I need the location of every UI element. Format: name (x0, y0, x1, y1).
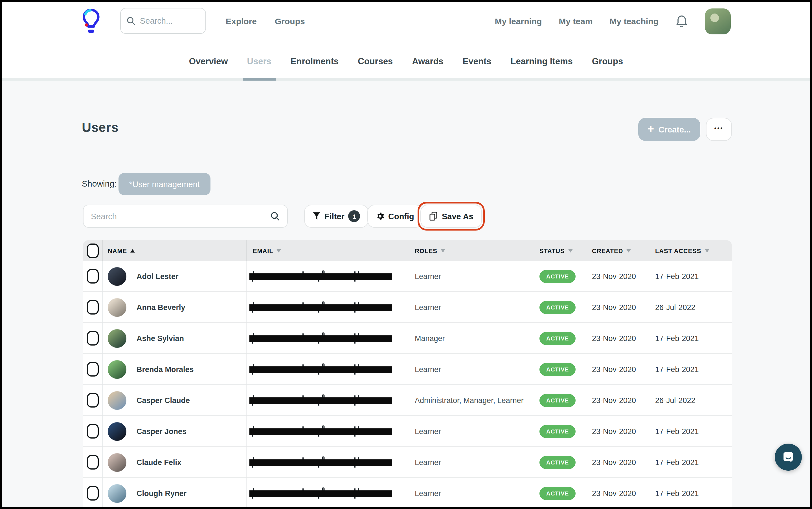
row-checkbox[interactable] (87, 362, 99, 377)
name-cell: Brenda Morales (103, 354, 247, 384)
status-badge: ACTIVE (539, 270, 576, 283)
column-header-last-access[interactable]: LAST ACCESS (648, 240, 732, 261)
table-header-row: NAMEEMAILROLESSTATUSCREATEDLAST ACCESS (83, 240, 732, 261)
nav-link-explore[interactable]: Explore (226, 0, 257, 42)
email-cell (247, 261, 410, 292)
header-checkbox-cell (83, 240, 103, 261)
nav-link-groups[interactable]: Groups (275, 0, 305, 42)
nav-link-my-team[interactable]: My team (559, 16, 593, 26)
created-date: 23-Nov-2020 (585, 334, 636, 342)
redacted-email (249, 394, 392, 406)
sort-desc-icon (441, 249, 445, 252)
sort-desc-icon (626, 249, 631, 252)
tab-groups[interactable]: Groups (591, 42, 624, 80)
user-name-link[interactable]: Casper Claude (136, 396, 190, 404)
roles-text: Learner (410, 489, 441, 498)
tab-enrolments[interactable]: Enrolments (289, 42, 340, 80)
row-checkbox[interactable] (87, 424, 99, 439)
copy-pages-icon (429, 211, 438, 221)
name-cell: Casper Jones (103, 416, 247, 446)
column-header-label: STATUS (539, 247, 565, 254)
tab-events[interactable]: Events (462, 42, 493, 80)
redacted-email (249, 487, 392, 500)
created-cell: 23-Nov-2020 (585, 261, 648, 292)
row-checkbox[interactable] (87, 486, 99, 501)
row-checkbox[interactable] (87, 393, 99, 408)
last-access-date: 17-Feb-2021 (648, 272, 699, 280)
table-search-input[interactable] (91, 212, 270, 221)
roles-text: Learner (410, 303, 441, 311)
search-icon (126, 16, 135, 25)
sort-desc-icon (705, 249, 709, 252)
tab-courses[interactable]: Courses (356, 42, 394, 80)
gear-icon (376, 212, 384, 220)
column-header-created[interactable]: CREATED (585, 240, 648, 261)
table-row: Ashe SylvianManagerACTIVE23-Nov-202017-F… (83, 323, 732, 354)
user-avatar[interactable] (705, 8, 731, 34)
last-access-cell: 17-Feb-2021 (648, 354, 732, 384)
column-header-status[interactable]: STATUS (532, 240, 585, 261)
create-button-label: Create... (658, 125, 691, 134)
tab-overview[interactable]: Overview (188, 42, 229, 80)
tab-learning-items[interactable]: Learning Items (509, 42, 574, 80)
column-header-label: CREATED (592, 247, 623, 254)
create-button[interactable]: + Create... (638, 118, 700, 141)
tab-users[interactable]: Users (246, 42, 273, 80)
row-checkbox[interactable] (87, 269, 99, 283)
select-all-checkbox[interactable] (87, 243, 99, 258)
row-avatar (108, 484, 126, 503)
column-header-label: EMAIL (253, 247, 273, 254)
status-cell: ACTIVE (532, 416, 585, 446)
app-window: Explore Groups My learning My team My te… (0, 0, 812, 509)
column-header-roles[interactable]: ROLES (410, 240, 532, 261)
saved-view-chip[interactable]: *User management (119, 173, 211, 195)
column-header-email[interactable]: EMAIL (247, 240, 410, 261)
last-access-cell: 17-Feb-2021 (648, 447, 732, 477)
section-tabs: OverviewUsersEnrolmentsCoursesAwardsEven… (0, 42, 812, 80)
nav-link-my-teaching[interactable]: My teaching (610, 16, 658, 26)
status-cell: ACTIVE (532, 323, 585, 353)
row-checkbox-cell (83, 478, 103, 508)
table-row: Brenda MoralesLearnerACTIVE23-Nov-202017… (83, 354, 732, 385)
column-header-label: LAST ACCESS (655, 247, 701, 254)
lightbulb-logo-icon[interactable] (81, 7, 100, 35)
filter-button[interactable]: Filter 1 (304, 205, 369, 228)
sort-desc-icon (568, 249, 573, 252)
user-name-link[interactable]: Casper Jones (136, 427, 187, 435)
roles-cell: Learner (410, 292, 532, 323)
config-button[interactable]: Config (367, 205, 423, 228)
created-cell: 23-Nov-2020 (585, 416, 648, 446)
row-checkbox[interactable] (87, 331, 99, 345)
roles-cell: Learner (410, 447, 532, 477)
user-name-link[interactable]: Claude Felix (136, 458, 181, 467)
email-cell (247, 416, 410, 446)
filter-funnel-icon (313, 212, 320, 220)
search-icon[interactable] (270, 211, 280, 221)
save-as-button[interactable]: Save As (420, 205, 482, 228)
name-cell: Ashe Sylvian (103, 323, 247, 353)
user-name-link[interactable]: Adol Lester (136, 272, 179, 280)
table-row: Clough RynerLearnerACTIVE23-Nov-202017-F… (83, 478, 732, 509)
user-name-link[interactable]: Ashe Sylvian (136, 334, 184, 342)
roles-cell: Learner (410, 416, 532, 446)
global-search-input[interactable] (140, 16, 200, 25)
roles-text: Administrator, Manager, Learner (410, 396, 524, 404)
column-header-label: NAME (108, 247, 127, 254)
status-badge: ACTIVE (539, 363, 576, 376)
user-name-link[interactable]: Anna Beverly (136, 303, 185, 311)
row-checkbox[interactable] (87, 300, 99, 314)
status-badge: ACTIVE (539, 332, 576, 345)
chat-launcher-button[interactable] (775, 444, 802, 471)
tab-awards[interactable]: Awards (411, 42, 444, 80)
notifications-bell-icon[interactable] (676, 14, 688, 29)
status-badge: ACTIVE (539, 301, 576, 314)
created-cell: 23-Nov-2020 (585, 323, 648, 353)
column-header-name[interactable]: NAME (103, 240, 247, 261)
nav-link-my-learning[interactable]: My learning (495, 16, 542, 26)
last-access-cell: 17-Feb-2021 (648, 416, 732, 446)
row-checkbox[interactable] (87, 455, 99, 470)
user-name-link[interactable]: Brenda Morales (136, 365, 194, 373)
created-date: 23-Nov-2020 (585, 272, 636, 280)
user-name-link[interactable]: Clough Ryner (136, 489, 187, 498)
more-actions-button[interactable]: ••• (706, 118, 732, 141)
